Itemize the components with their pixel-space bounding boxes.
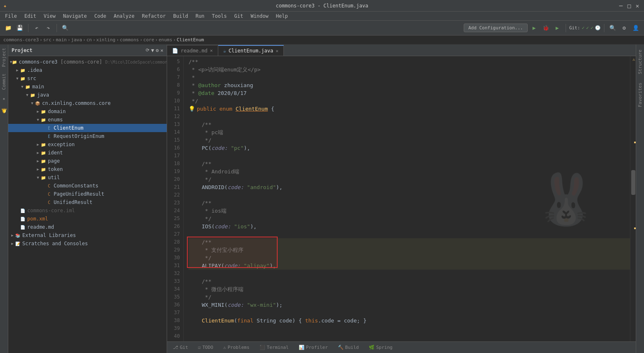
toolbar-save-btn[interactable]: 💾 bbox=[15, 23, 25, 33]
breadcrumb-item[interactable]: main bbox=[56, 37, 67, 43]
menu-navigate[interactable]: Navigate bbox=[60, 12, 90, 20]
tab-git[interactable]: ⎇ Git bbox=[169, 343, 192, 352]
scrollbar-thumb[interactable] bbox=[631, 170, 635, 195]
search-everywhere-btn[interactable]: 🔍 bbox=[608, 23, 618, 33]
tree-enums[interactable]: ▼ 📁 enums bbox=[8, 116, 167, 124]
breadcrumb-item[interactable]: commons bbox=[120, 37, 139, 43]
tree-token[interactable]: ▶ 📁 token bbox=[8, 165, 167, 173]
menu-tools[interactable]: Tools bbox=[209, 12, 230, 20]
commit-panel-label[interactable]: Commit bbox=[0, 70, 7, 93]
toolbar-undo-btn[interactable]: ↶ bbox=[32, 23, 42, 33]
notifications-panel-label[interactable]: 🔔 bbox=[0, 105, 7, 117]
breadcrumb-item[interactable]: xinling bbox=[96, 37, 115, 43]
code-line-41 bbox=[189, 340, 630, 341]
tree-arrow: ▼ bbox=[35, 118, 40, 122]
tree-common-const[interactable]: C CommonConstants bbox=[8, 182, 167, 190]
minimize-btn[interactable]: ─ bbox=[618, 2, 624, 9]
settings-btn[interactable]: ⚙ bbox=[619, 23, 629, 33]
breadcrumb-item[interactable]: enums bbox=[158, 37, 172, 43]
tree-item-label: PageUnifiedResult bbox=[54, 191, 104, 197]
tree-src[interactable]: ▼ 📁 src bbox=[8, 74, 167, 83]
tab-close-btn[interactable]: ✕ bbox=[276, 48, 278, 54]
breadcrumb-item[interactable]: src bbox=[43, 37, 52, 43]
tree-scratches[interactable]: ▶ 📝 Scratches and Consoles bbox=[8, 239, 167, 248]
avatar-btn[interactable]: 👤 bbox=[631, 23, 641, 33]
maximize-btn[interactable]: □ bbox=[626, 2, 632, 9]
tree-page-unified[interactable]: C PageUnifiedResult bbox=[8, 190, 167, 198]
code-editor[interactable]: 5 6 7 8 9 10 11 12 13 14 15 16 17 18 19 … bbox=[167, 56, 636, 341]
tab-readme[interactable]: 📄 readme.md ✕ bbox=[167, 45, 218, 56]
folder-icon: 📁 bbox=[40, 117, 46, 123]
code-line-14: * pc端 bbox=[189, 128, 630, 136]
toolbar-search-btn[interactable]: 🔍 bbox=[60, 23, 70, 33]
tree-util[interactable]: ▼ 📁 util bbox=[8, 173, 167, 182]
tree-pom[interactable]: 📄 pom.xml bbox=[8, 215, 167, 223]
tree-item-label: readme.md bbox=[27, 224, 54, 230]
tab-profiler[interactable]: 📊 Profiler bbox=[295, 343, 332, 352]
menu-file[interactable]: File bbox=[2, 12, 20, 20]
structure-label[interactable]: Structure bbox=[637, 46, 644, 78]
tree-ident[interactable]: ▶ 📁 ident bbox=[8, 149, 167, 157]
breadcrumb-item[interactable]: core bbox=[143, 37, 154, 43]
tab-close-btn[interactable]: ✕ bbox=[210, 48, 213, 53]
tree-readme[interactable]: 📄 readme.md bbox=[8, 223, 167, 231]
toolbar-open-btn[interactable]: 📁 bbox=[3, 23, 13, 33]
panel-close-btn[interactable]: ✕ bbox=[160, 47, 163, 53]
toolbar-redo-btn[interactable]: ↷ bbox=[43, 23, 53, 33]
menu-code[interactable]: Code bbox=[91, 12, 110, 20]
menu-analyze[interactable]: Analyze bbox=[110, 12, 138, 20]
tree-exception[interactable]: ▶ 📁 exception bbox=[8, 140, 167, 149]
tab-client-enum[interactable]: ☕ ClientEnum.java ✕ bbox=[218, 45, 284, 56]
java-class-icon: C bbox=[46, 183, 52, 189]
breadcrumb-item[interactable]: ClientEnum bbox=[177, 37, 204, 43]
tree-unified[interactable]: C UnifiedResult bbox=[8, 198, 167, 206]
tree-domain[interactable]: ▶ 📁 domain bbox=[8, 107, 167, 116]
code-content[interactable]: 🐰 /** * <p>访问端enum定义</p> * * @author zho… bbox=[184, 56, 630, 341]
tree-main[interactable]: ▼ 📁 main bbox=[8, 83, 167, 91]
tree-idea[interactable]: ▶ 📁 .idea bbox=[8, 66, 167, 74]
tree-ext-libs[interactable]: ▶ 📚 External Libraries bbox=[8, 231, 167, 239]
panel-settings-btn[interactable]: ⚙ bbox=[156, 47, 159, 53]
code-line-26: IOS(code: "ios"), bbox=[189, 223, 630, 230]
window-controls[interactable]: ─ □ ✕ bbox=[618, 2, 641, 9]
tree-request-enum[interactable]: E RequestOriginEnum bbox=[8, 132, 167, 140]
menu-view[interactable]: View bbox=[40, 12, 59, 20]
breadcrumb-item[interactable]: java bbox=[71, 37, 82, 43]
run-btn[interactable]: ▶ bbox=[529, 23, 539, 33]
favorites-label[interactable]: Favorites bbox=[637, 79, 644, 111]
bookmarks-panel-label[interactable]: ★ bbox=[0, 93, 7, 105]
tree-client-enum[interactable]: E ClientEnum bbox=[8, 124, 167, 132]
panel-sync-btn[interactable]: ⟳ bbox=[146, 47, 149, 53]
tree-java[interactable]: ▼ 📁 java bbox=[8, 91, 167, 99]
debug-btn[interactable]: 🐞 bbox=[541, 23, 551, 33]
left-side-icons: Project Commit ★ 🔔 bbox=[0, 45, 8, 353]
menu-run[interactable]: Run bbox=[192, 12, 208, 20]
menu-refactor[interactable]: Refactor bbox=[139, 12, 169, 20]
tree-item-label: commons-core.iml bbox=[27, 208, 75, 213]
menu-build[interactable]: Build bbox=[170, 12, 191, 20]
run-coverage-btn[interactable]: ▶ bbox=[552, 23, 562, 33]
tab-problems[interactable]: ⚠ Problems bbox=[219, 343, 254, 352]
breadcrumb-item[interactable]: cn bbox=[86, 37, 92, 43]
panel-collapse-btn[interactable]: ▼ bbox=[151, 47, 154, 53]
tree-package[interactable]: ▼ 📦 cn.xinling.commons.core bbox=[8, 99, 167, 107]
terminal-tab-icon: ⬛ bbox=[259, 345, 265, 350]
menu-git[interactable]: Git bbox=[231, 12, 247, 20]
tree-root[interactable]: ▼ 📁 commons-core3 [commons-core] D:\Mico… bbox=[8, 58, 167, 66]
tab-todo[interactable]: ☑ TODO bbox=[194, 343, 217, 352]
breadcrumb-item[interactable]: commons-core3 bbox=[3, 37, 39, 43]
menu-edit[interactable]: Edit bbox=[21, 12, 40, 20]
tab-build[interactable]: 🔨 Build bbox=[334, 343, 363, 352]
tree-iml[interactable]: 📄 commons-core.iml bbox=[8, 206, 167, 215]
menu-help[interactable]: Help bbox=[273, 12, 291, 20]
project-panel-label[interactable]: Project bbox=[0, 45, 7, 70]
code-line-11: 💡 public enum ClientEnum { bbox=[189, 105, 630, 113]
right-scrollbar[interactable]: ⚠ bbox=[630, 56, 636, 341]
tree-page[interactable]: ▶ 📁 page bbox=[8, 157, 167, 165]
code-line-21: ANDROID(code: "android"), bbox=[189, 183, 630, 191]
close-btn[interactable]: ✕ bbox=[634, 2, 641, 9]
tab-terminal[interactable]: ⬛ Terminal bbox=[255, 343, 293, 352]
menu-window[interactable]: Window bbox=[247, 12, 271, 20]
tab-spring[interactable]: 🌿 Spring bbox=[365, 343, 397, 352]
add-configuration-btn[interactable]: Add Configuration... bbox=[464, 24, 527, 32]
